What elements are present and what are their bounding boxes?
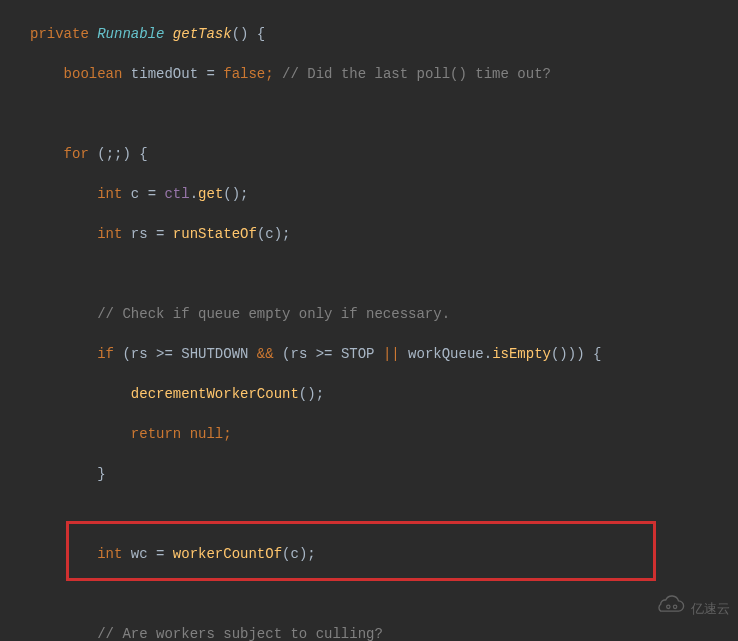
code-line: int c = ctl.get(); (30, 184, 738, 204)
code-line: if (rs >= SHUTDOWN && (rs >= STOP || wor… (30, 344, 738, 364)
code-line: boolean timedOut = false; // Did the las… (30, 64, 738, 84)
code-line: for (;;) { (30, 144, 738, 164)
code-line: } (30, 464, 738, 484)
code-line (30, 584, 738, 604)
code-line: int wc = workerCountOf(c); (30, 544, 738, 564)
code-line: // Are workers subject to culling? (30, 624, 738, 641)
svg-point-0 (667, 605, 670, 608)
code-line: return null; (30, 424, 738, 444)
svg-point-1 (673, 605, 676, 608)
code-line: private Runnable getTask() { (30, 24, 738, 44)
cloud-icon (653, 595, 687, 623)
code-line (30, 264, 738, 284)
code-line (30, 504, 738, 524)
code-line: decrementWorkerCount(); (30, 384, 738, 404)
watermark: 亿速云 (653, 595, 730, 623)
code-line: // Check if queue empty only if necessar… (30, 304, 738, 324)
code-line (30, 104, 738, 124)
code-line: int rs = runStateOf(c); (30, 224, 738, 244)
code-editor: private Runnable getTask() { boolean tim… (0, 0, 738, 641)
watermark-text: 亿速云 (691, 599, 730, 619)
